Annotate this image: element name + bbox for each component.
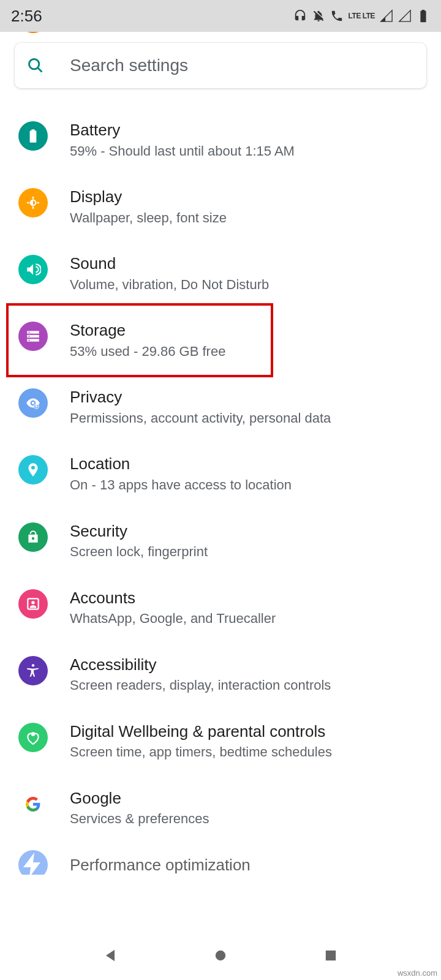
display-circle-icon <box>18 188 48 217</box>
item-storage[interactable]: Storage 53% used - 29.86 GB free <box>0 307 441 374</box>
battery-title: Battery <box>70 120 428 140</box>
security-title: Security <box>70 521 428 541</box>
status-bar: 2:56 LTE LTE <box>0 0 441 32</box>
svg-rect-10 <box>36 406 37 408</box>
svg-line-2 <box>38 68 42 72</box>
item-privacy[interactable]: Privacy Permissions, account activity, p… <box>0 374 441 440</box>
status-time: 2:56 <box>11 7 42 26</box>
svg-point-7 <box>28 336 29 337</box>
sound-circle-icon <box>18 255 48 284</box>
svg-point-1 <box>29 59 39 69</box>
svg-point-13 <box>32 664 34 666</box>
accounts-sub: WhatsApp, Google, and Truecaller <box>70 610 428 628</box>
item-security[interactable]: Security Screen lock, fingerprint <box>0 508 441 575</box>
search-settings[interactable]: Search settings <box>15 43 426 88</box>
privacy-circle-icon <box>18 388 48 418</box>
google-sub: Services & preferences <box>70 810 428 828</box>
dnd-icon <box>312 9 325 23</box>
signal-1-icon <box>380 9 393 23</box>
accessibility-circle-icon <box>18 656 48 685</box>
display-title: Display <box>70 187 428 207</box>
svg-point-8 <box>28 340 29 341</box>
search-icon <box>27 57 44 74</box>
item-google[interactable]: Google Services & preferences <box>0 775 441 842</box>
privacy-sub: Permissions, account activity, personal … <box>70 410 428 428</box>
accounts-title: Accounts <box>70 588 428 608</box>
sound-title: Sound <box>70 254 428 274</box>
security-circle-icon <box>18 522 48 552</box>
storage-circle-icon <box>18 322 48 351</box>
accessibility-title: Accessibility <box>70 655 428 675</box>
lte-label: LTE LTE <box>349 12 375 20</box>
google-title: Google <box>70 788 428 809</box>
location-title: Location <box>70 454 428 474</box>
item-wellbeing[interactable]: Digital Wellbeing & parental controls Sc… <box>0 708 441 775</box>
item-display[interactable]: Display Wallpaper, sleep, font size <box>0 173 441 240</box>
storage-sub: 53% used - 29.86 GB free <box>70 343 428 361</box>
item-location[interactable]: Location On - 13 apps have access to loc… <box>0 440 441 507</box>
navigation-bar <box>0 931 441 980</box>
storage-title: Storage <box>70 320 428 341</box>
wellbeing-title: Digital Wellbeing & parental controls <box>70 722 428 742</box>
wellbeing-sub: Screen time, app timers, bedtime schedul… <box>70 744 428 761</box>
wifi-call-icon <box>330 9 344 23</box>
search-placeholder: Search settings <box>70 56 188 75</box>
battery-sub: 59% - Should last until about 1:15 AM <box>70 143 428 160</box>
performance-circle-icon <box>18 850 48 875</box>
settings-scroll[interactable]: Apps & notifications Search settings Bat… <box>0 32 441 931</box>
svg-point-12 <box>31 601 34 604</box>
item-accessibility[interactable]: Accessibility Screen readers, display, i… <box>0 641 441 708</box>
display-sub: Wallpaper, sleep, font size <box>70 209 428 227</box>
wellbeing-circle-icon <box>18 723 48 752</box>
google-circle-icon <box>18 790 48 819</box>
peek-apps-notifications[interactable]: Apps & notifications <box>0 32 441 39</box>
accessibility-sub: Screen readers, display, interaction con… <box>70 677 428 695</box>
nav-recents-icon[interactable] <box>322 947 339 964</box>
item-sound[interactable]: Sound Volume, vibration, Do Not Disturb <box>0 240 441 307</box>
svg-point-15 <box>216 951 225 960</box>
item-battery[interactable]: Battery 59% - Should last until about 1:… <box>0 107 441 173</box>
apps-icon <box>18 32 48 33</box>
location-sub: On - 13 apps have access to location <box>70 477 428 494</box>
signal-2-icon <box>398 9 412 23</box>
performance-title: Performance optimization <box>48 856 251 875</box>
peek-top-title: Apps & notifications <box>70 32 210 32</box>
settings-list: Battery 59% - Should last until about 1:… <box>0 96 441 875</box>
item-performance[interactable]: Performance optimization <box>0 842 441 875</box>
headset-icon <box>293 9 307 23</box>
privacy-title: Privacy <box>70 387 428 407</box>
battery-circle-icon <box>18 121 48 151</box>
sound-sub: Volume, vibration, Do Not Disturb <box>70 276 428 294</box>
nav-back-icon[interactable] <box>102 947 119 964</box>
nav-home-icon[interactable] <box>212 947 229 964</box>
svg-rect-0 <box>421 15 425 21</box>
item-accounts[interactable]: Accounts WhatsApp, Google, and Truecalle… <box>0 575 441 641</box>
watermark: wsxdn.com <box>398 968 437 978</box>
svg-point-6 <box>28 332 29 333</box>
location-circle-icon <box>18 455 48 484</box>
security-sub: Screen lock, fingerprint <box>70 543 428 561</box>
status-icons: LTE LTE <box>293 9 430 23</box>
accounts-circle-icon <box>18 589 48 619</box>
battery-icon <box>417 9 430 23</box>
svg-rect-16 <box>326 951 336 960</box>
